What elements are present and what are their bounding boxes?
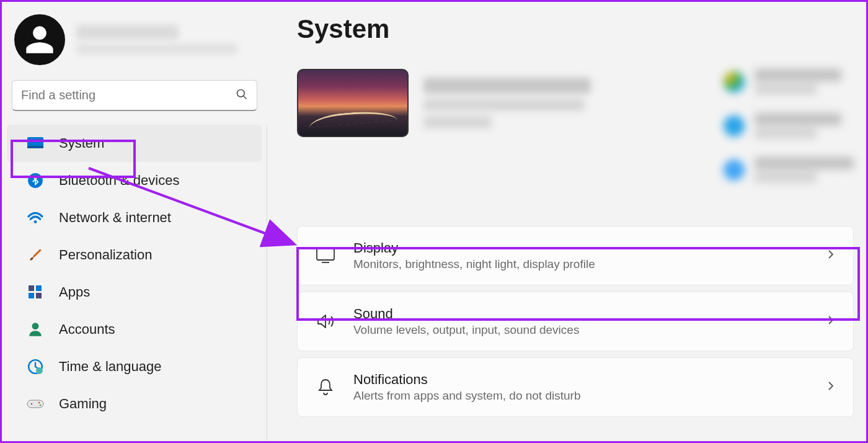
account-icon [27,321,44,338]
setting-title: Notifications [353,372,808,388]
sidebar: System Bluetooth & devices Network & int… [2,2,267,441]
svg-point-14 [31,403,33,405]
bell-icon [315,377,336,398]
search-icon [236,88,248,103]
system-icon [27,135,44,152]
user-profile[interactable] [2,14,267,80]
svg-rect-13 [27,400,43,408]
svg-rect-6 [29,285,34,291]
setting-subtitle: Monitors, brightness, night light, displ… [353,257,808,271]
wifi-icon [27,209,44,226]
bluetooth-icon [27,172,44,189]
sidebar-item-label: Personalization [59,247,152,263]
sound-icon [315,311,336,332]
setting-title: Sound [353,306,808,322]
brush-icon [27,246,44,264]
chevron-right-icon [826,315,836,328]
gamepad-icon [27,395,44,413]
sidebar-nav: System Bluetooth & devices Network & int… [2,125,267,441]
sidebar-item-label: Bluetooth & devices [59,172,179,189]
sidebar-item-personalization[interactable]: Personalization [7,236,262,274]
svg-point-15 [38,402,40,404]
sidebar-item-label: Gaming [59,396,107,412]
setting-item-display[interactable]: Display Monitors, brightness, night ligh… [297,226,854,285]
svg-rect-8 [29,293,34,298]
sidebar-item-label: Network & internet [59,210,171,226]
chevron-right-icon [826,381,836,393]
setting-item-notifications[interactable]: Notifications Alerts from apps and syste… [297,357,854,417]
svg-point-16 [40,405,42,406]
setting-subtitle: Volume levels, output, input, sound devi… [353,323,808,337]
svg-point-10 [32,323,39,329]
page-title: System [297,14,854,44]
clock-globe-icon [27,358,44,375]
setting-title: Display [353,240,808,256]
setting-subtitle: Alerts from apps and system, do not dist… [353,389,808,403]
setting-item-sound[interactable]: Sound Volume levels, output, input, soun… [297,292,854,351]
main-content: System Displa [267,2,866,441]
sidebar-item-gaming[interactable]: Gaming [7,385,262,423]
svg-point-12 [36,367,43,374]
sidebar-item-label: System [59,135,104,151]
svg-line-1 [244,96,247,99]
device-thumbnail[interactable] [297,69,409,137]
apps-icon [27,284,44,301]
sidebar-item-apps[interactable]: Apps [7,274,262,311]
sidebar-item-accounts[interactable]: Accounts [7,311,262,348]
profile-text-redacted [76,25,237,55]
chevron-right-icon [826,249,836,262]
display-icon [315,245,336,266]
svg-rect-3 [27,146,43,148]
svg-rect-7 [36,285,42,291]
sidebar-item-system[interactable]: System [7,125,262,162]
search-input-container[interactable] [12,80,257,111]
sidebar-item-network[interactable]: Network & internet [7,199,262,236]
sidebar-item-label: Apps [59,284,90,300]
avatar [14,14,65,65]
search-input[interactable] [21,88,236,102]
device-info-row [297,69,854,182]
sidebar-item-time-language[interactable]: Time & language [7,348,262,385]
sidebar-item-bluetooth[interactable]: Bluetooth & devices [7,162,262,199]
svg-rect-17 [317,249,334,260]
settings-list: Display Monitors, brightness, night ligh… [297,226,854,417]
svg-point-5 [34,220,37,223]
svg-point-0 [237,89,245,97]
sidebar-item-label: Time & language [59,359,162,375]
sidebar-item-label: Accounts [59,321,115,338]
svg-rect-9 [36,293,42,298]
status-links-redacted [724,69,854,182]
device-name-redacted [423,78,591,128]
